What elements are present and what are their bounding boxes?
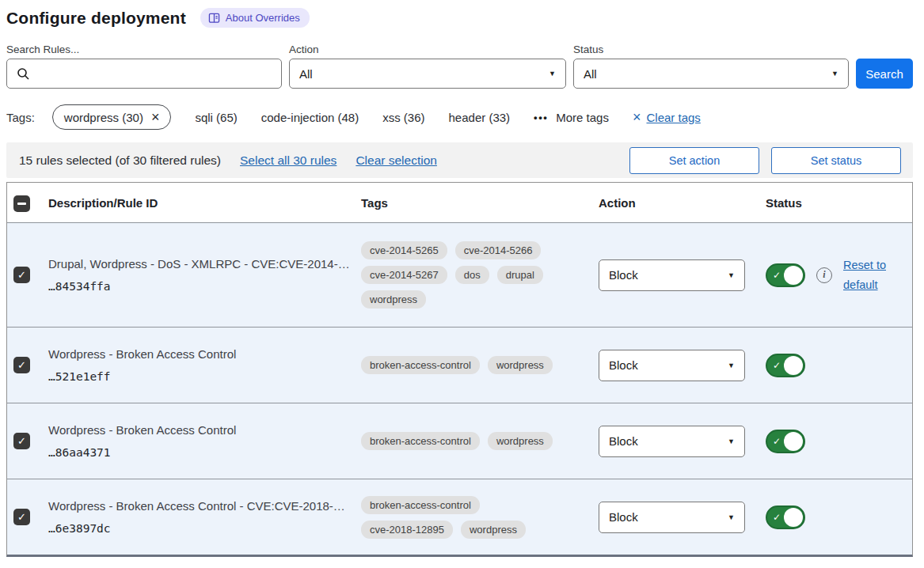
close-icon: ×	[633, 110, 641, 124]
chevron-down-icon: ▼	[831, 70, 838, 78]
tag-pill: cve-2018-12895	[361, 521, 453, 539]
rule-id: …521e1eff	[48, 370, 357, 383]
tag-item-code-injection[interactable]: code-injection (48)	[261, 111, 359, 124]
action-filter-label: Action	[289, 44, 566, 55]
status-toggle[interactable]: ✓	[766, 263, 805, 287]
tag-pill: drupal	[497, 266, 543, 284]
rules-table: Description/Rule ID Tags Action Status ✓…	[6, 182, 913, 557]
selection-summary: 15 rules selected (of 30 filtered rules)	[19, 153, 221, 168]
action-filter-value: All	[299, 67, 313, 81]
column-header-status: Status	[757, 196, 912, 210]
clear-tags-label: Clear tags	[646, 111, 700, 124]
clear-tags-link[interactable]: × Clear tags	[633, 110, 701, 124]
set-status-button[interactable]: Set status	[771, 147, 901, 174]
more-tags-label: More tags	[556, 111, 609, 124]
tag-pill: broken-access-control	[361, 356, 480, 374]
book-icon	[208, 13, 220, 24]
table-row: ✓ Wordpress - Broken Access Control …521…	[7, 327, 912, 403]
action-filter-select[interactable]: All ▼	[289, 59, 566, 89]
more-tags-button[interactable]: ••• More tags	[534, 111, 609, 124]
status-toggle[interactable]: ✓	[766, 354, 805, 377]
search-button[interactable]: Search	[856, 59, 913, 89]
row-action-value: Block	[609, 268, 638, 282]
rule-description: Wordpress - Broken Access Control	[48, 347, 357, 361]
configure-deployment-page: Configure deployment About Overrides Sea…	[0, 0, 918, 557]
clear-selection-link[interactable]: Clear selection	[356, 153, 437, 168]
column-header-tags: Tags	[357, 196, 565, 210]
row-action-select[interactable]: Block ▼	[599, 426, 745, 457]
status-filter-value: All	[584, 67, 597, 81]
chevron-down-icon: ▼	[728, 437, 735, 445]
status-filter-label: Status	[573, 44, 849, 55]
tag-pill: cve-2014-5266	[455, 241, 542, 259]
tag-pill: wordpress	[461, 521, 526, 539]
select-all-rules-link[interactable]: Select all 30 rules	[240, 153, 337, 168]
tag-chip-label: wordpress (30)	[64, 111, 143, 124]
rule-description: Drupal, Wordpress - DoS - XMLRPC - CVE:C…	[48, 257, 357, 271]
reset-to-default-link[interactable]: Reset to default	[843, 256, 894, 294]
about-overrides-label: About Overrides	[226, 12, 300, 24]
status-toggle[interactable]: ✓	[766, 506, 805, 529]
row-action-select[interactable]: Block ▼	[599, 502, 745, 533]
tag-item-xss[interactable]: xss (36)	[382, 111, 424, 124]
rule-id: …86aa4371	[48, 446, 357, 459]
tag-pill: wordpress	[361, 290, 426, 309]
selection-bar: 15 rules selected (of 30 filtered rules)…	[6, 142, 913, 178]
rule-id: …84534ffa	[48, 280, 357, 293]
tag-item-header[interactable]: header (33)	[449, 111, 511, 124]
chevron-down-icon: ▼	[549, 70, 556, 78]
row-action-value: Block	[609, 434, 638, 448]
rule-description: Wordpress - Broken Access Control	[48, 423, 357, 437]
page-title: Configure deployment	[6, 9, 186, 28]
table-header-row: Description/Rule ID Tags Action Status	[7, 183, 912, 223]
tag-pill: dos	[455, 266, 489, 284]
tag-pill: broken-access-control	[361, 496, 480, 514]
tag-chip-wordpress[interactable]: wordpress (30) ×	[52, 104, 172, 130]
select-all-checkbox[interactable]	[13, 195, 30, 212]
chevron-down-icon: ▼	[728, 362, 735, 369]
tag-item-sqli[interactable]: sqli (65)	[195, 111, 237, 124]
row-checkbox[interactable]: ✓	[13, 267, 30, 283]
info-icon[interactable]: i	[816, 267, 832, 283]
row-checkbox[interactable]: ✓	[13, 509, 30, 525]
table-row: ✓ Wordpress - Broken Access Control …86a…	[7, 403, 912, 479]
row-action-select[interactable]: Block ▼	[599, 259, 745, 291]
rule-description: Wordpress - Broken Access Control - CVE:…	[48, 499, 357, 513]
ellipsis-icon: •••	[534, 112, 548, 123]
column-header-action: Action	[595, 196, 757, 210]
search-icon	[17, 67, 30, 81]
tag-pill: wordpress	[488, 432, 553, 450]
about-overrides-badge[interactable]: About Overrides	[200, 8, 310, 28]
tag-pill: wordpress	[488, 356, 553, 374]
rule-id: …6e3897dc	[48, 522, 357, 535]
status-toggle[interactable]: ✓	[766, 430, 805, 453]
remove-tag-icon[interactable]: ×	[151, 110, 160, 124]
status-filter-select[interactable]: All ▼	[573, 59, 849, 89]
search-rules-label: Search Rules...	[6, 44, 282, 55]
row-checkbox[interactable]: ✓	[13, 433, 30, 449]
table-row: ✓ Drupal, Wordpress - DoS - XMLRPC - CVE…	[7, 223, 912, 327]
row-checkbox[interactable]: ✓	[13, 357, 30, 373]
chevron-down-icon: ▼	[728, 271, 735, 279]
table-row: ✓ Wordpress - Broken Access Control - CV…	[7, 479, 912, 555]
search-input[interactable]	[6, 59, 282, 89]
column-header-description: Description/Rule ID	[48, 196, 357, 210]
tag-pill: cve-2014-5265	[361, 241, 447, 259]
row-action-value: Block	[609, 358, 638, 372]
row-action-select[interactable]: Block ▼	[599, 350, 745, 381]
tag-pill: broken-access-control	[361, 432, 480, 450]
tags-label: Tags:	[6, 111, 35, 124]
tag-pill: cve-2014-5267	[361, 266, 447, 284]
row-action-value: Block	[609, 510, 638, 524]
chevron-down-icon: ▼	[728, 513, 735, 521]
set-action-button[interactable]: Set action	[629, 147, 759, 174]
